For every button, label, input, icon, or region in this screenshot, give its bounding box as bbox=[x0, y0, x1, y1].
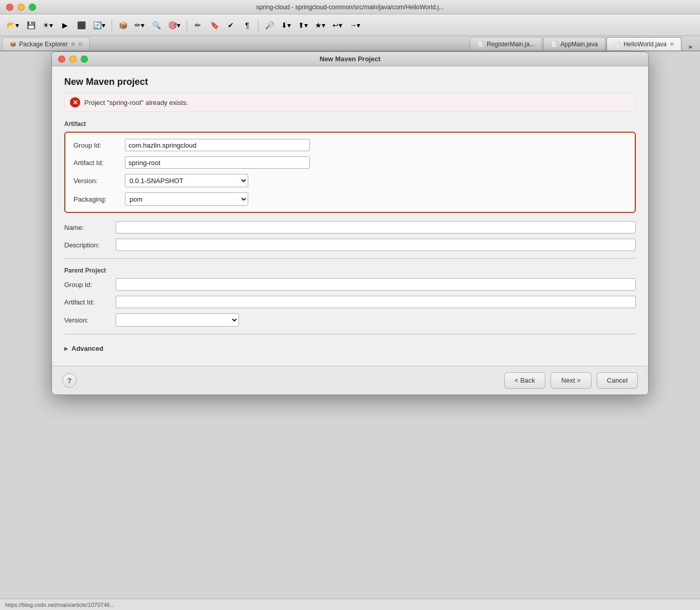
tab-label: HelloWorld.java bbox=[623, 41, 667, 48]
parent-artifact-id-row: Artifact Id: bbox=[64, 296, 636, 308]
tab-list-button[interactable]: » bbox=[683, 43, 698, 50]
parent-artifact-id-input[interactable] bbox=[116, 296, 636, 308]
dialog-header: New Maven project ✕ Project "spring-root… bbox=[64, 77, 636, 112]
toolbar-tool[interactable]: ✏▾ bbox=[132, 17, 147, 33]
toolbar-sep2 bbox=[187, 19, 187, 31]
dialog-max-button[interactable] bbox=[81, 56, 88, 63]
tab-bar: 📦 Package Explorer ⊕ ⊟ 📄 RegisterMain.ja… bbox=[0, 36, 700, 51]
parent-version-label: Version: bbox=[64, 316, 116, 324]
toolbar-forward[interactable]: →▾ bbox=[347, 17, 363, 33]
tab-label: RegisterMain.ja... bbox=[487, 41, 535, 48]
dialog-body: New Maven project ✕ Project "spring-root… bbox=[52, 66, 648, 366]
minimize-button[interactable] bbox=[17, 4, 25, 11]
description-row: Description: bbox=[64, 239, 636, 251]
packaging-row: Packaging: pom jar war bbox=[73, 192, 627, 206]
tab-register-main[interactable]: 📄 RegisterMain.ja... bbox=[470, 37, 542, 50]
tab-label: AppMain.java bbox=[560, 41, 598, 48]
tab-overflow-2-icon: ⊕ bbox=[670, 41, 674, 47]
packaging-select[interactable]: pom jar war bbox=[125, 192, 248, 206]
tab-app-main[interactable]: 📄 AppMain.java bbox=[543, 37, 605, 50]
section-divider bbox=[64, 258, 636, 259]
version-label: Version: bbox=[73, 177, 125, 185]
toolbar-stop[interactable]: ⬛ bbox=[74, 17, 88, 33]
footer-left: ? bbox=[62, 373, 77, 388]
main-toolbar: 📂▾ 💾 ☀▾ ▶ ⬛ 🔄▾ 📦 ✏▾ 🔍 🎯▾ ✏ 🔖 ✔ ¶ 🔎 ⬇▾ ⬆▾… bbox=[0, 14, 700, 36]
error-message: Project "spring-root" already exists. bbox=[84, 99, 188, 106]
artifact-box: Group Id: Artifact Id: Version: 0.0.1-SN… bbox=[64, 132, 636, 213]
cancel-button[interactable]: Cancel bbox=[597, 372, 638, 389]
name-row: Name: bbox=[64, 221, 636, 234]
help-button[interactable]: ? bbox=[62, 373, 77, 388]
parent-artifact-id-label: Artifact Id: bbox=[64, 298, 116, 306]
toolbar-back[interactable]: ↩▾ bbox=[330, 17, 345, 33]
toolbar-build[interactable]: ☀▾ bbox=[40, 17, 56, 33]
parent-version-select[interactable] bbox=[116, 313, 239, 327]
dialog-traffic-lights bbox=[58, 56, 88, 63]
parent-section-label: Parent Project bbox=[64, 267, 636, 274]
dialog-min-button[interactable] bbox=[69, 56, 77, 63]
parent-group-id-row: Group Id: bbox=[64, 278, 636, 291]
advanced-chevron-icon: ▶ bbox=[64, 346, 68, 351]
description-label: Description: bbox=[64, 241, 116, 249]
footer-right: < Back Next > Cancel bbox=[504, 372, 638, 389]
dialog-footer: ? < Back Next > Cancel bbox=[52, 366, 648, 394]
dialog-title: New Maven Project bbox=[320, 55, 381, 63]
section-divider-2 bbox=[64, 334, 636, 334]
advanced-toggle[interactable]: ▶ Advanced bbox=[64, 342, 636, 355]
window-title: spring-cloud - springcloud-common/src/ma… bbox=[256, 4, 444, 11]
version-select[interactable]: 0.0.1-SNAPSHOT bbox=[125, 174, 248, 187]
toolbar-search[interactable]: 🔍 bbox=[149, 17, 163, 33]
toolbar-refresh[interactable]: 🔄▾ bbox=[90, 17, 108, 33]
dialog-close-button[interactable] bbox=[58, 56, 65, 63]
name-input[interactable] bbox=[116, 221, 636, 234]
toolbar-run[interactable]: ▶ bbox=[58, 17, 72, 33]
parent-version-row: Version: bbox=[64, 313, 636, 327]
toolbar-star[interactable]: ★▾ bbox=[312, 17, 328, 33]
group-id-input[interactable] bbox=[125, 139, 310, 151]
close-button[interactable] bbox=[6, 4, 13, 11]
toolbar-sep3 bbox=[258, 19, 259, 31]
new-maven-project-dialog: New Maven Project New Maven project ✕ Pr… bbox=[51, 51, 649, 395]
toolbar-tasks[interactable]: ✔ bbox=[224, 17, 238, 33]
parent-group-id-input[interactable] bbox=[116, 278, 636, 291]
tab-menu-icon: ⊟ bbox=[78, 41, 82, 47]
toolbar-nav-up[interactable]: ⬆▾ bbox=[296, 17, 310, 33]
toolbar-new[interactable]: 📂▾ bbox=[4, 17, 22, 33]
toolbar-pkg[interactable]: 📦 bbox=[116, 17, 130, 33]
artifact-id-label: Artifact Id: bbox=[73, 159, 125, 167]
toolbar-zoom[interactable]: 🔎 bbox=[262, 17, 277, 33]
group-id-label: Group Id: bbox=[73, 141, 125, 149]
status-url: https://blog.csdn.net/main/article/10707… bbox=[5, 602, 115, 608]
back-button[interactable]: < Back bbox=[504, 372, 545, 389]
status-bar: https://blog.csdn.net/main/article/10707… bbox=[0, 599, 700, 610]
package-explorer-icon: 📦 bbox=[10, 41, 16, 47]
tab-overflow-icon: ⊕ bbox=[71, 41, 75, 47]
tab-package-explorer[interactable]: 📦 Package Explorer ⊕ ⊟ bbox=[2, 37, 90, 50]
toolbar-save[interactable]: 💾 bbox=[24, 17, 38, 33]
dialog-titlebar: New Maven Project bbox=[52, 52, 648, 66]
main-traffic-lights bbox=[6, 4, 36, 11]
parent-group-id-label: Group Id: bbox=[64, 281, 116, 289]
description-input[interactable] bbox=[116, 239, 636, 251]
toolbar-bookmarks[interactable]: 🔖 bbox=[207, 17, 222, 33]
tab-label: Package Explorer bbox=[19, 41, 68, 48]
error-icon: ✕ bbox=[70, 97, 80, 107]
name-label: Name: bbox=[64, 224, 116, 231]
packaging-label: Packaging: bbox=[73, 195, 125, 203]
artifact-section-label: Artifact bbox=[64, 120, 636, 128]
toolbar-launch[interactable]: 🎯▾ bbox=[165, 17, 183, 33]
main-titlebar: spring-cloud - springcloud-common/src/ma… bbox=[0, 0, 700, 14]
register-icon: 📄 bbox=[477, 41, 484, 47]
maximize-button[interactable] bbox=[29, 4, 36, 11]
helloworld-icon: 📄 bbox=[614, 41, 620, 47]
toolbar-nav-down[interactable]: ⬇▾ bbox=[279, 17, 293, 33]
tab-hello-world[interactable]: 📄 HelloWorld.java ⊕ bbox=[606, 37, 681, 50]
error-row: ✕ Project "spring-root" already exists. bbox=[64, 93, 636, 112]
toolbar-highlight[interactable]: ✏ bbox=[191, 17, 205, 33]
next-button[interactable]: Next > bbox=[550, 372, 592, 389]
advanced-label: Advanced bbox=[71, 345, 103, 352]
dialog-heading: New Maven project bbox=[64, 77, 636, 87]
version-row: Version: 0.0.1-SNAPSHOT bbox=[73, 174, 627, 187]
toolbar-format[interactable]: ¶ bbox=[240, 17, 254, 33]
artifact-id-input[interactable] bbox=[125, 156, 310, 169]
